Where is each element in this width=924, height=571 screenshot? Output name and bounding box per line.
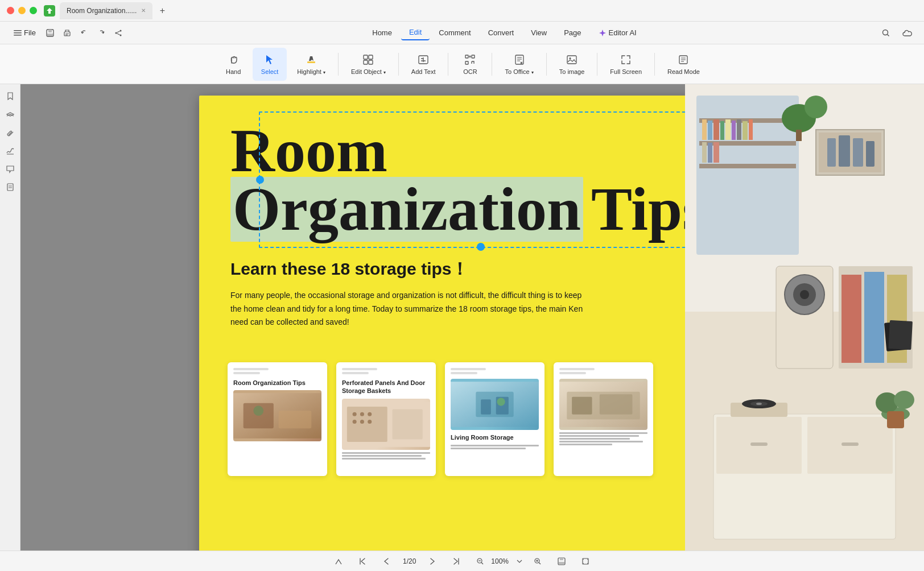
sidebar-pages-btn[interactable] bbox=[3, 180, 18, 195]
svg-rect-35 bbox=[279, 411, 312, 429]
prev-page-icon bbox=[382, 557, 390, 565]
hand-tool-btn[interactable]: Hand bbox=[216, 48, 250, 81]
maximize-button[interactable] bbox=[30, 7, 37, 14]
ocr-icon bbox=[464, 53, 476, 66]
svg-rect-90 bbox=[842, 442, 859, 446]
toolbar: Hand Select Highlight ▾ Edit Object ▾ bbox=[0, 44, 924, 84]
file-menu[interactable]: File bbox=[9, 26, 40, 39]
scroll-top-btn[interactable] bbox=[331, 554, 346, 569]
undo-icon-btn[interactable] bbox=[77, 26, 92, 40]
to-office-btn[interactable]: To Office ▾ bbox=[497, 48, 541, 81]
full-screen-btn[interactable]: Full Screen bbox=[602, 48, 650, 81]
svg-point-50 bbox=[497, 398, 505, 406]
sidebar-bookmark-btn[interactable] bbox=[3, 89, 18, 104]
search-icon bbox=[881, 28, 890, 38]
nav-home[interactable]: Home bbox=[364, 26, 400, 40]
add-text-label: Add Text bbox=[411, 68, 436, 75]
to-office-label: To Office ▾ bbox=[505, 68, 533, 75]
card-4[interactable] bbox=[554, 362, 653, 476]
zoom-dropdown-btn[interactable] bbox=[512, 554, 527, 569]
minimize-button[interactable] bbox=[18, 7, 26, 14]
active-tab[interactable]: Room Organization...... ✕ bbox=[60, 2, 152, 19]
left-sidebar bbox=[0, 84, 20, 551]
svg-point-10 bbox=[119, 30, 121, 31]
nav-page[interactable]: Page bbox=[556, 26, 589, 40]
nav-view[interactable]: View bbox=[523, 26, 555, 40]
close-button[interactable] bbox=[7, 7, 14, 14]
sidebar-layer-btn[interactable] bbox=[3, 107, 18, 122]
svg-rect-84 bbox=[853, 138, 863, 167]
pdf-canvas[interactable]: Room Organization Tips Learn these 18 st… bbox=[20, 84, 924, 551]
svg-rect-85 bbox=[866, 141, 874, 167]
svg-rect-61 bbox=[702, 119, 707, 140]
nav-comment[interactable]: Comment bbox=[431, 26, 478, 40]
zoom-out-icon bbox=[476, 557, 484, 565]
svg-rect-9 bbox=[65, 35, 68, 35]
divider-3 bbox=[448, 53, 448, 76]
card-1[interactable]: Room Organization Tips bbox=[228, 362, 327, 476]
main-area: Room Organization Tips Learn these 18 st… bbox=[0, 84, 924, 551]
fit-page-btn[interactable] bbox=[578, 554, 593, 569]
highlight-tool-btn[interactable]: Highlight ▾ bbox=[289, 48, 333, 81]
svg-rect-70 bbox=[702, 142, 707, 163]
svg-rect-6 bbox=[47, 34, 53, 36]
share-icon-btn[interactable] bbox=[111, 26, 126, 40]
layer-icon bbox=[6, 110, 15, 119]
svg-line-17 bbox=[888, 34, 889, 36]
tab-close-icon[interactable]: ✕ bbox=[141, 7, 146, 14]
save-status-icon bbox=[557, 557, 566, 566]
ocr-btn[interactable]: OCR bbox=[453, 48, 487, 81]
edit-object-btn[interactable]: Edit Object ▾ bbox=[343, 48, 394, 81]
first-page-btn[interactable] bbox=[355, 554, 370, 569]
to-image-btn[interactable]: To image bbox=[551, 48, 593, 81]
card-2[interactable]: Perforated Panels And Door Storage Baske… bbox=[336, 362, 436, 476]
select-tool-label: Select bbox=[261, 68, 279, 75]
card-1-title: Room Organization Tips bbox=[233, 379, 321, 387]
to-office-icon bbox=[513, 53, 526, 66]
sidebar-comment-btn[interactable] bbox=[3, 162, 18, 176]
svg-line-14 bbox=[117, 33, 119, 34]
svg-point-29 bbox=[570, 57, 571, 59]
add-text-icon bbox=[417, 53, 430, 66]
svg-point-16 bbox=[883, 30, 888, 35]
cloud-icon-btn[interactable] bbox=[900, 26, 915, 40]
svg-point-41 bbox=[368, 412, 372, 416]
new-tab-button[interactable]: + bbox=[156, 5, 168, 17]
svg-point-39 bbox=[353, 412, 357, 416]
undo-icon bbox=[80, 28, 89, 38]
redo-icon-btn[interactable] bbox=[94, 26, 109, 40]
add-text-btn[interactable]: Add Text bbox=[403, 48, 444, 81]
nav-edit[interactable]: Edit bbox=[401, 25, 430, 40]
prev-page-btn[interactable] bbox=[379, 554, 394, 569]
card-3[interactable]: Living Room Storage bbox=[445, 362, 544, 476]
room-photo-svg bbox=[685, 84, 924, 551]
print-icon-btn[interactable] bbox=[60, 26, 75, 40]
read-mode-btn[interactable]: Read Mode bbox=[659, 48, 708, 81]
svg-rect-66 bbox=[732, 121, 736, 140]
pages-icon bbox=[6, 183, 15, 192]
comment-icon bbox=[6, 164, 15, 173]
next-page-btn[interactable] bbox=[425, 554, 440, 569]
nav-editor-ai[interactable]: Editor AI bbox=[591, 26, 645, 40]
select-icon bbox=[263, 53, 276, 66]
fit-page-icon bbox=[581, 557, 590, 566]
svg-line-107 bbox=[481, 562, 483, 564]
zoom-out-btn[interactable] bbox=[473, 554, 488, 569]
search-icon-btn[interactable] bbox=[878, 26, 893, 40]
pdf-page: Room Organization Tips Learn these 18 st… bbox=[199, 96, 745, 551]
save-status-btn[interactable] bbox=[554, 554, 569, 569]
svg-rect-1 bbox=[14, 30, 22, 31]
redo-icon bbox=[97, 28, 106, 38]
read-mode-label: Read Mode bbox=[667, 68, 700, 75]
hand-icon bbox=[227, 53, 240, 66]
nav-convert[interactable]: Convert bbox=[480, 26, 522, 40]
svg-rect-22 bbox=[369, 60, 373, 64]
sidebar-signature-btn[interactable] bbox=[3, 143, 18, 158]
save-icon-btn[interactable] bbox=[43, 26, 57, 40]
svg-rect-94 bbox=[887, 411, 904, 428]
zoom-in-btn[interactable] bbox=[530, 554, 545, 569]
last-page-btn[interactable] bbox=[449, 554, 464, 569]
save-icon bbox=[46, 28, 55, 38]
sidebar-attachment-btn[interactable] bbox=[3, 125, 18, 140]
select-tool-btn[interactable]: Select bbox=[253, 48, 287, 81]
